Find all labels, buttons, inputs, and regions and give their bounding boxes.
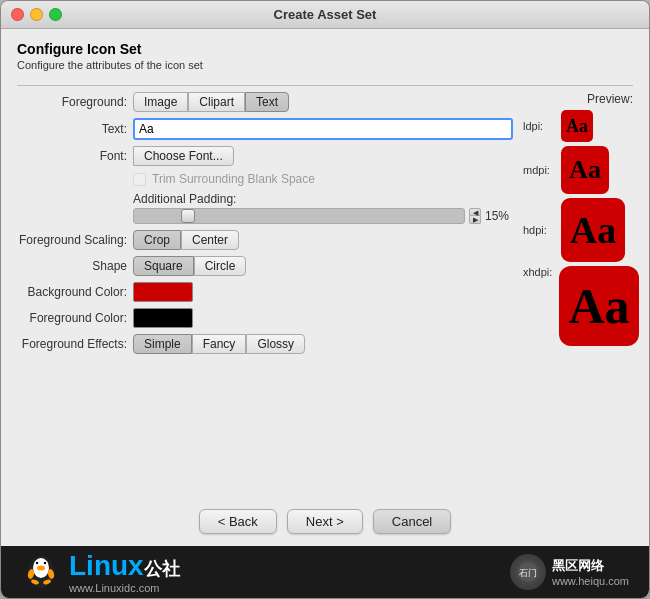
effects-glossy-button[interactable]: Glossy <box>246 334 305 354</box>
minimize-button[interactable] <box>30 8 43 21</box>
preview-ldpi-item: ldpi: Aa <box>523 110 633 142</box>
slider-down-arrow[interactable]: ▶ <box>469 216 481 224</box>
close-button[interactable] <box>11 8 24 21</box>
foreground-effects-row: Foreground Effects: Simple Fancy Glossy <box>17 334 513 354</box>
foreground-color-row: Foreground Color: <box>17 308 513 328</box>
page-subtitle: Configure the attributes of the icon set <box>17 59 633 71</box>
trim-label: Trim Surrounding Blank Space <box>152 172 315 186</box>
shimen-icon: 石门 <box>516 560 540 584</box>
ldpi-text: Aa <box>566 117 588 135</box>
background-color-row: Background Color: <box>17 282 513 302</box>
foreground-color-swatch[interactable] <box>133 308 193 328</box>
font-label: Font: <box>17 149 127 163</box>
shape-circle-button[interactable]: Circle <box>194 256 247 276</box>
window-title: Create Asset Set <box>274 7 377 22</box>
titlebar: Create Asset Set <box>1 1 649 29</box>
font-row: Font: Choose Font... <box>17 146 513 166</box>
svg-point-4 <box>36 562 38 564</box>
hdpi-label: hdpi: <box>523 224 555 236</box>
foreground-label: Foreground: <box>17 95 127 109</box>
foreground-color-label: Foreground Color: <box>17 311 127 325</box>
scaling-button-group: Crop Center <box>133 230 239 250</box>
preview-xhdpi-row: xhdpi: Aa <box>523 266 633 346</box>
background-color-swatch[interactable] <box>133 282 193 302</box>
preview-mdpi-item: mdpi: Aa <box>523 146 633 194</box>
watermark-bar: Linux公社 www.Linuxidc.com 石门 黑区网络 www.hei… <box>1 546 649 598</box>
form-area: Foreground: Image Clipart Text Text: Fon… <box>17 92 513 499</box>
linux-text: Linux公社 <box>69 550 180 581</box>
watermark-right: 石门 黑区网络 www.heiqu.com <box>502 554 629 590</box>
svg-point-5 <box>44 562 46 564</box>
heiqu-name: 黑区网络 <box>552 557 629 575</box>
foreground-image-button[interactable]: Image <box>133 92 188 112</box>
main-window: Create Asset Set Configure Icon Set Conf… <box>0 0 650 599</box>
preview-mdpi-icon: Aa <box>561 146 609 194</box>
preview-area: Preview: ldpi: Aa mdpi: Aa <box>523 92 633 499</box>
foreground-scaling-row: Foreground Scaling: Crop Center <box>17 230 513 250</box>
xhdpi-label: xhdpi: <box>523 266 555 278</box>
shape-row: Shape Square Circle <box>17 256 513 276</box>
foreground-effects-label: Foreground Effects: <box>17 337 127 351</box>
content-area: Configure Icon Set Configure the attribu… <box>1 29 649 546</box>
preview-ldpi-icon: Aa <box>561 110 593 142</box>
preview-xhdpi-icon: Aa <box>559 266 639 346</box>
heiqu-url: www.heiqu.com <box>552 575 629 587</box>
padding-value: 15% <box>485 209 513 223</box>
text-input[interactable] <box>133 118 513 140</box>
header-divider <box>17 85 633 86</box>
next-button[interactable]: Next > <box>287 509 363 534</box>
slider-row: ◀ ▶ 15% <box>17 208 513 224</box>
text-row: Text: <box>17 118 513 140</box>
shape-label: Shape <box>17 259 127 273</box>
padding-section: Additional Padding: ◀ ▶ 15% <box>17 192 513 224</box>
shape-square-button[interactable]: Square <box>133 256 194 276</box>
watermark-left: Linux公社 www.Linuxidc.com <box>21 548 180 596</box>
shimen-logo: 石门 <box>510 554 546 590</box>
background-color-label: Background Color: <box>17 285 127 299</box>
preview-label: Preview: <box>523 92 633 106</box>
maximize-button[interactable] <box>49 8 62 21</box>
padding-slider[interactable] <box>133 208 465 224</box>
back-button[interactable]: < Back <box>199 509 277 534</box>
scaling-center-button[interactable]: Center <box>181 230 239 250</box>
linux-label: Linux <box>69 550 144 581</box>
window-controls <box>11 8 62 21</box>
text-label: Text: <box>17 122 127 136</box>
foreground-text-button[interactable]: Text <box>245 92 289 112</box>
slider-arrows: ◀ ▶ <box>469 208 481 224</box>
mdpi-text: Aa <box>569 157 601 183</box>
slider-up-arrow[interactable]: ◀ <box>469 208 481 216</box>
foreground-scaling-label: Foreground Scaling: <box>17 233 127 247</box>
ldpi-label: ldpi: <box>523 120 555 132</box>
trim-row: Trim Surrounding Blank Space <box>17 172 513 186</box>
choose-font-button[interactable]: Choose Font... <box>133 146 234 166</box>
xhdpi-text: Aa <box>568 281 629 331</box>
svg-text:石门: 石门 <box>519 568 537 578</box>
footer-area: < Back Next > Cancel <box>17 499 633 546</box>
foreground-row: Foreground: Image Clipart Text <box>17 92 513 112</box>
hdpi-text: Aa <box>570 211 616 249</box>
mdpi-label: mdpi: <box>523 164 555 176</box>
effects-button-group: Simple Fancy Glossy <box>133 334 305 354</box>
page-title: Configure Icon Set <box>17 41 633 57</box>
linux-branding: Linux公社 www.Linuxidc.com <box>69 550 180 594</box>
linux-sub: 公社 <box>144 559 180 579</box>
preview-hdpi-icon: Aa <box>561 198 625 262</box>
foreground-button-group: Image Clipart Text <box>133 92 289 112</box>
trim-checkbox[interactable] <box>133 173 146 186</box>
preview-hdpi-item: hdpi: Aa <box>523 198 633 262</box>
effects-fancy-button[interactable]: Fancy <box>192 334 247 354</box>
additional-padding-label: Additional Padding: <box>17 192 513 206</box>
tux-icon <box>21 548 61 596</box>
header-section: Configure Icon Set Configure the attribu… <box>17 41 633 71</box>
cancel-button[interactable]: Cancel <box>373 509 451 534</box>
main-area: Foreground: Image Clipart Text Text: Fon… <box>17 92 633 499</box>
effects-simple-button[interactable]: Simple <box>133 334 192 354</box>
linux-url: www.Linuxidc.com <box>69 582 180 594</box>
scaling-crop-button[interactable]: Crop <box>133 230 181 250</box>
svg-point-6 <box>37 566 45 571</box>
shape-button-group: Square Circle <box>133 256 246 276</box>
heiqu-info: 黑区网络 www.heiqu.com <box>552 557 629 587</box>
foreground-clipart-button[interactable]: Clipart <box>188 92 245 112</box>
